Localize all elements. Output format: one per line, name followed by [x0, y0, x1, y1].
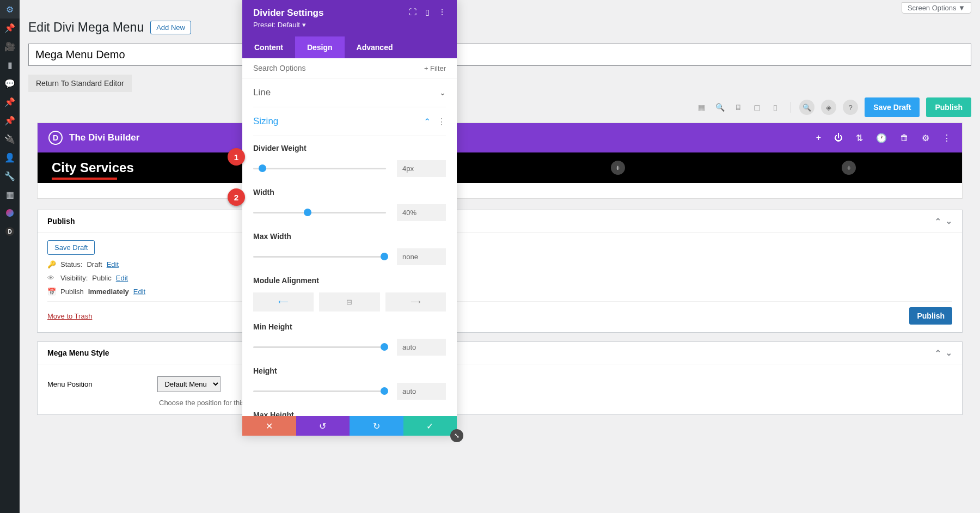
zoom-icon[interactable]: 🔍 [714, 101, 726, 113]
screen-options-toggle[interactable]: Screen Options ▼ [902, 2, 971, 14]
expand-icon[interactable]: ⛶ [409, 8, 416, 16]
annotation-1: 1 [228, 148, 245, 166]
divider-weight-label: Divider Weight [253, 144, 446, 152]
tab-content[interactable]: Content [242, 36, 295, 58]
power-icon[interactable]: ⏻ [834, 133, 843, 143]
align-left-button[interactable]: ⟵ [253, 292, 314, 312]
pin2-icon[interactable]: 📌 [0, 93, 20, 111]
metabox-up-icon-2[interactable]: ⌃ [935, 349, 941, 357]
pin3-icon[interactable]: 📌 [0, 111, 20, 130]
d-badge-icon[interactable]: D [0, 222, 20, 241]
max-width-value[interactable] [397, 248, 446, 265]
visibility-value: Public [92, 274, 111, 282]
publish-top-button[interactable]: Publish [926, 97, 971, 117]
min-height-slider[interactable] [253, 346, 386, 348]
max-height-field: Max Height [253, 403, 446, 416]
toolbar-divider [790, 102, 791, 113]
tools-icon[interactable]: 🔧 [0, 167, 20, 185]
tab-advanced[interactable]: Advanced [345, 36, 405, 58]
publish-metabox: Publish ⌃ ⌄ Save Draft 🔑 Status: Draft E… [37, 210, 963, 333]
phone-view-icon[interactable]: ▯ [769, 101, 781, 113]
page-title: Edit Divi Mega Menu [28, 20, 144, 35]
tab-design[interactable]: Design [295, 36, 345, 58]
chevron-up-icon: ⌃ [424, 117, 431, 127]
width-value[interactable] [397, 204, 446, 221]
min-height-label: Min Height [253, 322, 446, 331]
menu-position-select[interactable]: Default Menu [157, 376, 220, 392]
save-draft-small-button[interactable]: Save Draft [47, 240, 95, 255]
max-width-label: Max Width [253, 232, 446, 241]
mega-menu-style-metabox: Mega Menu Style ⌃ ⌄ Menu Position Defaul… [37, 341, 963, 415]
width-field: Width [253, 180, 446, 224]
width-label: Width [253, 188, 446, 197]
height-value[interactable] [397, 383, 446, 400]
edit-status-link[interactable]: Edit [107, 260, 119, 268]
tablet-view-icon[interactable]: ▢ [751, 101, 763, 113]
media-icon[interactable]: 🎥 [0, 37, 20, 56]
max-width-slider[interactable] [253, 256, 386, 258]
divider-weight-field: Divider Weight [253, 136, 446, 180]
width-slider[interactable] [253, 212, 386, 213]
pin-icon[interactable]: 📌 [0, 19, 20, 37]
city-services-label: City Services [52, 160, 134, 175]
publish-button[interactable]: Publish [909, 307, 952, 325]
gear-icon[interactable]: ⚙ [922, 133, 929, 143]
return-standard-editor-button[interactable]: Return To Standard Editor [28, 75, 132, 92]
trash-icon[interactable]: 🗑 [900, 133, 909, 143]
max-width-field: Max Width [253, 224, 446, 268]
sizing-section-toggle[interactable]: Sizing ⌃ ⋮ [253, 107, 446, 136]
search-options-input[interactable] [253, 64, 424, 72]
add-column-icon[interactable]: + [611, 161, 625, 175]
edit-publish-link[interactable]: Edit [133, 288, 145, 296]
builder-toolbar: ▦ 🔍 🖥 ▢ ▯ 🔍 ◈ ? Save Draft Publish [28, 92, 971, 123]
wireframe-icon[interactable]: ▦ [695, 101, 707, 113]
height-field: Height [253, 359, 446, 403]
filter-button[interactable]: + Filter [424, 64, 446, 72]
post-title-input[interactable] [28, 44, 971, 66]
swap-icon[interactable]: ⇅ [856, 133, 863, 143]
search-round-icon[interactable]: 🔍 [799, 100, 814, 115]
comments-icon[interactable]: 💬 [0, 74, 20, 93]
desktop-view-icon[interactable]: 🖥 [732, 101, 744, 113]
divi-color-icon[interactable] [0, 204, 20, 222]
add-new-button[interactable]: Add New [150, 21, 191, 34]
divider-weight-slider[interactable] [253, 168, 386, 169]
divider-weight-value[interactable] [397, 160, 446, 177]
discard-button[interactable]: ✕ [242, 416, 296, 424]
align-right-button[interactable]: ⟶ [385, 292, 446, 312]
plugins-icon[interactable]: 🔌 [0, 130, 20, 148]
edit-visibility-link[interactable]: Edit [116, 274, 128, 282]
metabox-down-icon[interactable]: ⌄ [946, 217, 952, 225]
metabox-up-icon[interactable]: ⌃ [935, 217, 941, 225]
dashboard-icon[interactable]: ⚙ [0, 0, 20, 19]
snap-icon[interactable]: ▯ [425, 8, 430, 16]
line-section-title: Line [253, 87, 271, 98]
modal-kebab-icon[interactable]: ⋮ [438, 8, 446, 16]
redo-button[interactable]: ↻ [350, 416, 403, 424]
align-center-button[interactable]: ⊟ [319, 292, 379, 312]
undo-button[interactable]: ↺ [296, 416, 350, 424]
kebab-icon[interactable]: ⋮ [942, 133, 951, 143]
sizing-section-title: Sizing [253, 116, 278, 127]
history-icon[interactable]: 🕐 [876, 133, 887, 143]
save-draft-button[interactable]: Save Draft [865, 97, 920, 117]
status-value: Draft [87, 260, 102, 268]
save-button[interactable]: ✓ [403, 416, 457, 424]
height-slider[interactable] [253, 390, 386, 392]
section-kebab-icon[interactable]: ⋮ [437, 117, 446, 127]
wp-admin-sidebar: ⚙ 📌 🎥 ▮ 💬 📌 📌 🔌 👤 🔧 ▦ D [0, 0, 20, 424]
add-column-icon-2[interactable]: + [842, 161, 856, 175]
line-section-toggle[interactable]: Line ⌄ [253, 78, 446, 107]
users-icon[interactable]: 👤 [0, 148, 20, 167]
status-label: Status: [60, 260, 82, 268]
layers-icon[interactable]: ◈ [821, 100, 836, 115]
move-to-trash-link[interactable]: Move to Trash [47, 312, 92, 320]
modal-preset[interactable]: Preset: Default ▾ [253, 21, 323, 29]
help-icon[interactable]: ? [843, 100, 858, 115]
add-section-icon[interactable]: + [816, 133, 821, 143]
metabox-down-icon-2[interactable]: ⌄ [946, 349, 952, 357]
chevron-down-icon: ⌄ [439, 88, 446, 97]
settings-icon[interactable]: ▦ [0, 185, 20, 204]
min-height-value[interactable] [397, 339, 446, 356]
pages-icon[interactable]: ▮ [0, 56, 20, 74]
